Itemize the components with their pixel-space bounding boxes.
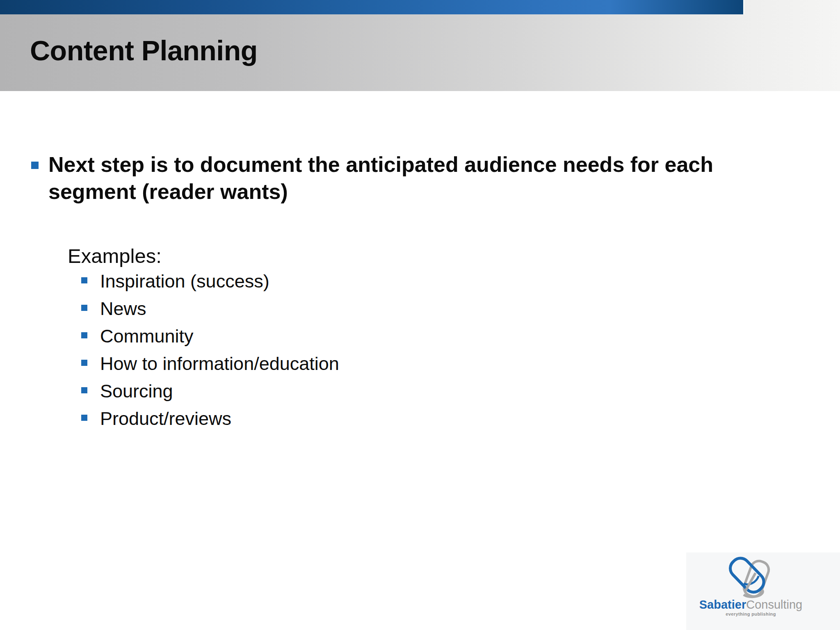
list-item-label: How to information/education [100, 353, 339, 374]
page-title: Content Planning [30, 34, 258, 66]
paper-rolls-icon [720, 555, 782, 601]
list-item-label: Community [100, 326, 194, 347]
bullet-square-icon [31, 162, 39, 169]
list-item: News [81, 295, 339, 322]
logo-panel: SabatierConsulting everything publishing [686, 552, 840, 630]
bullet-square-icon [81, 360, 87, 366]
example-list: Inspiration (success) News Community How… [81, 267, 339, 432]
bullet-main-text: Next step is to document the anticipated… [48, 151, 746, 205]
list-item: Community [81, 322, 339, 350]
list-item-label: Inspiration (success) [100, 271, 269, 292]
list-item-label: Product/reviews [100, 408, 231, 429]
bullet-square-icon [81, 415, 87, 421]
examples-label: Examples: [68, 244, 162, 267]
top-accent-bar [0, 0, 744, 14]
logo-brand-light: Consulting [746, 598, 802, 611]
list-item: Sourcing [81, 377, 339, 405]
bullet-square-icon [81, 387, 87, 393]
list-item-label: News [100, 298, 146, 319]
bullet-square-icon [81, 332, 87, 338]
logo-tagline: everything publishing [726, 612, 776, 616]
list-item: Inspiration (success) [81, 267, 339, 295]
list-item: Product/reviews [81, 405, 339, 432]
logo-wordmark: SabatierConsulting [699, 598, 802, 611]
bullet-square-icon [81, 305, 87, 311]
list-item: How to information/education [81, 350, 339, 377]
bullet-square-icon [81, 277, 87, 283]
list-item-label: Sourcing [100, 381, 173, 402]
logo-brand-bold: Sabatier [699, 598, 746, 611]
bullet-main: Next step is to document the anticipated… [31, 151, 753, 205]
